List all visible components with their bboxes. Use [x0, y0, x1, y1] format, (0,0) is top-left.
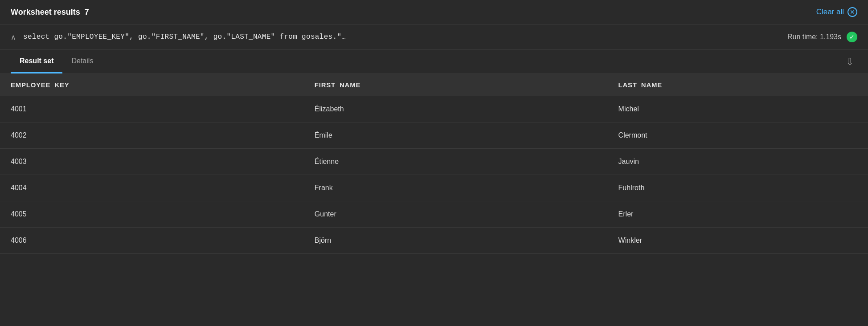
query-right: Run time: 1.193s ✓ — [787, 32, 857, 42]
close-circle-icon: ✕ — [848, 7, 857, 17]
cell-first-name: Gunter — [304, 201, 608, 228]
table-row: 4001ÉlizabethMichel — [0, 96, 868, 122]
clear-all-label: Clear all — [816, 8, 844, 16]
results-count: 7 — [85, 8, 89, 17]
table-header-row: EMPLOYEE_KEY FIRST_NAME LAST_NAME — [0, 74, 868, 96]
worksheet-results-title: Worksheet results — [11, 8, 80, 17]
tabs-left: Result set Details — [11, 50, 102, 73]
table-row: 4006BjörnWinkler — [0, 228, 868, 254]
header-bar: Worksheet results 7 Clear all ✕ — [0, 0, 868, 24]
cell-employee-key: 4003 — [0, 149, 304, 175]
download-icon[interactable]: ⇩ — [842, 53, 857, 71]
cell-first-name: Étienne — [304, 149, 608, 175]
cell-employee-key: 4005 — [0, 201, 304, 228]
chevron-up-icon[interactable]: ∧ — [11, 33, 16, 41]
table-row: 4004FrankFuhlroth — [0, 175, 868, 201]
header-left: Worksheet results 7 — [11, 8, 89, 17]
column-header-last-name: LAST_NAME — [608, 74, 868, 96]
column-header-employee-key: EMPLOYEE_KEY — [0, 74, 304, 96]
cell-employee-key: 4001 — [0, 96, 304, 122]
tab-details[interactable]: Details — [62, 50, 102, 73]
cell-employee-key: 4002 — [0, 122, 304, 149]
results-table-container: EMPLOYEE_KEY FIRST_NAME LAST_NAME 4001Él… — [0, 74, 868, 254]
query-text: select go."EMPLOYEE_KEY", go."FIRST_NAME… — [23, 33, 346, 41]
column-header-first-name: FIRST_NAME — [304, 74, 608, 96]
cell-last-name: Erler — [608, 201, 868, 228]
cell-first-name: Émile — [304, 122, 608, 149]
clear-all-button[interactable]: Clear all ✕ — [816, 7, 857, 17]
cell-first-name: Élizabeth — [304, 96, 608, 122]
cell-employee-key: 4004 — [0, 175, 304, 201]
cell-first-name: Björn — [304, 228, 608, 254]
cell-employee-key: 4006 — [0, 228, 304, 254]
cell-last-name: Jauvin — [608, 149, 868, 175]
cell-last-name: Fuhlroth — [608, 175, 868, 201]
query-left: ∧ select go."EMPLOYEE_KEY", go."FIRST_NA… — [11, 33, 346, 41]
table-row: 4003ÉtienneJauvin — [0, 149, 868, 175]
cell-last-name: Winkler — [608, 228, 868, 254]
cell-first-name: Frank — [304, 175, 608, 201]
success-icon: ✓ — [847, 32, 857, 42]
query-bar: ∧ select go."EMPLOYEE_KEY", go."FIRST_NA… — [0, 24, 868, 50]
header-right: Clear all ✕ — [816, 7, 857, 17]
table-row: 4002ÉmileClermont — [0, 122, 868, 149]
tab-result-set[interactable]: Result set — [11, 50, 62, 73]
cell-last-name: Michel — [608, 96, 868, 122]
tabs-bar: Result set Details ⇩ — [0, 50, 868, 74]
table-row: 4005GunterErler — [0, 201, 868, 228]
cell-last-name: Clermont — [608, 122, 868, 149]
results-table: EMPLOYEE_KEY FIRST_NAME LAST_NAME 4001Él… — [0, 74, 868, 254]
run-time-text: Run time: 1.193s — [787, 33, 841, 41]
